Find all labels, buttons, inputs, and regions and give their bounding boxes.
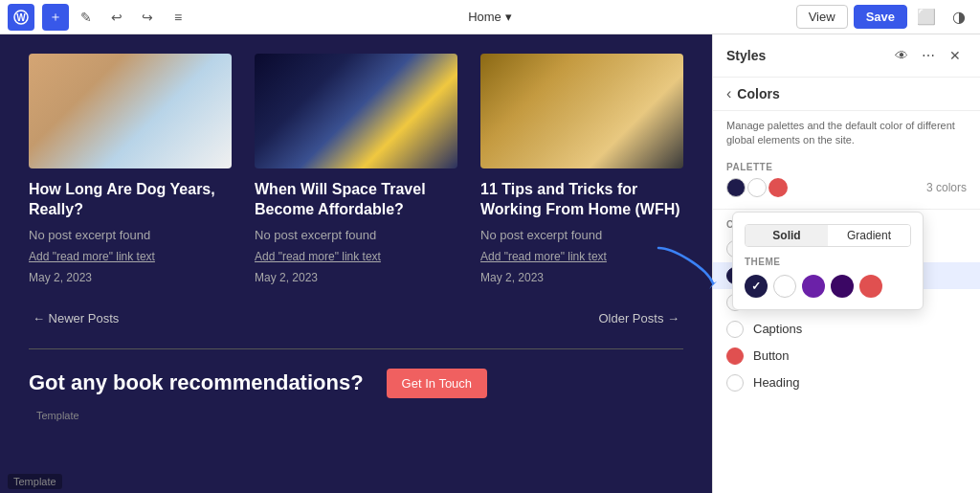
post-read-more-2[interactable]: Add "read more" link text bbox=[255, 250, 457, 263]
post-excerpt-1: No post excerpt found bbox=[29, 228, 232, 242]
color-label-captions: Captions bbox=[753, 322, 802, 336]
more-options-icon[interactable]: ⋯ bbox=[917, 44, 940, 67]
post-title-3: 11 Tips and Tricks for Working From Home… bbox=[480, 180, 683, 220]
picker-swatch-dark[interactable] bbox=[745, 275, 768, 298]
redo-button[interactable]: ↪ bbox=[134, 4, 161, 31]
color-dot-button bbox=[726, 347, 744, 365]
color-item-button[interactable]: Button bbox=[726, 343, 967, 370]
edit-button[interactable]: ✎ bbox=[73, 4, 100, 31]
color-label-heading: Heading bbox=[753, 375, 799, 390]
color-item-captions[interactable]: Captions bbox=[726, 316, 967, 343]
template-label: Template bbox=[36, 410, 691, 421]
color-dot-captions bbox=[726, 321, 744, 338]
picker-swatch-purple[interactable] bbox=[802, 275, 825, 298]
get-in-touch-button[interactable]: Get In Touch bbox=[387, 369, 487, 398]
gradient-tab[interactable]: Gradient bbox=[828, 225, 910, 246]
save-button[interactable]: Save bbox=[854, 5, 907, 29]
content-area: How Long Are Dog Years, Really? No post … bbox=[0, 34, 712, 493]
palette-row: 3 colors bbox=[726, 178, 967, 197]
divider bbox=[713, 209, 980, 210]
post-title-2: When Will Space Travel Become Affordable… bbox=[255, 180, 457, 220]
toolbar-right: View Save ⬜ ◑ bbox=[796, 4, 972, 31]
swatch-red[interactable] bbox=[768, 178, 788, 197]
right-panel: Styles 👁 ⋯ ✕ ‹ Colors Manage palettes an… bbox=[712, 34, 980, 493]
post-card-1: How Long Are Dog Years, Really? No post … bbox=[29, 54, 232, 284]
toolbar: W ＋ ✎ ↩ ↪ ≡ Home ▾ View Save ⬜ ◑ bbox=[0, 0, 980, 34]
main-layout: How Long Are Dog Years, Really? No post … bbox=[0, 34, 980, 493]
picker-tabs: Solid Gradient bbox=[745, 224, 911, 247]
undo-button[interactable]: ↩ bbox=[103, 4, 130, 31]
pagination: ← Newer Posts Older Posts → bbox=[29, 311, 683, 325]
dropdown-icon: ▾ bbox=[505, 10, 512, 24]
home-label: Home bbox=[468, 10, 501, 24]
color-picker-popup: Solid Gradient THEME bbox=[732, 212, 924, 310]
picker-swatch-light[interactable] bbox=[773, 275, 796, 298]
post-excerpt-2: No post excerpt found bbox=[255, 228, 457, 242]
palette-count: 3 colors bbox=[926, 181, 967, 194]
home-menu[interactable]: Home ▾ bbox=[468, 10, 512, 24]
device-preview-button[interactable]: ⬜ bbox=[913, 4, 940, 31]
footer-text: Got any book recommendations? bbox=[29, 370, 364, 395]
post-excerpt-3: No post excerpt found bbox=[480, 228, 683, 242]
footer-section: Got any book recommendations? Get In Tou… bbox=[29, 348, 683, 398]
post-read-more-1[interactable]: Add "read more" link text bbox=[29, 250, 232, 263]
panel-header: Styles 👁 ⋯ ✕ bbox=[713, 34, 980, 78]
newer-posts-link[interactable]: ← Newer Posts bbox=[33, 311, 119, 325]
list-view-button[interactable]: ≡ bbox=[165, 4, 191, 31]
template-label-fixed: Template bbox=[8, 474, 62, 489]
picker-swatch-darkpurple[interactable] bbox=[831, 275, 854, 298]
posts-grid: How Long Are Dog Years, Really? No post … bbox=[29, 54, 683, 284]
solid-tab[interactable]: Solid bbox=[746, 225, 828, 246]
post-read-more-3[interactable]: Add "read more" link text bbox=[480, 250, 683, 263]
color-label-button: Button bbox=[753, 348, 790, 363]
picker-swatches bbox=[745, 275, 911, 298]
post-image-laptop bbox=[480, 54, 683, 168]
wp-logo[interactable]: W bbox=[8, 4, 34, 31]
add-block-button[interactable]: ＋ bbox=[42, 4, 69, 31]
palette-label: PALETTE bbox=[726, 162, 967, 172]
older-posts-link[interactable]: Older Posts → bbox=[598, 311, 679, 325]
back-icon[interactable]: ‹ bbox=[726, 85, 731, 102]
swatch-dark[interactable] bbox=[726, 178, 746, 197]
swatch-light[interactable] bbox=[747, 178, 767, 197]
close-icon[interactable]: ✕ bbox=[944, 44, 967, 67]
panel-description: Manage palettes and the default color of… bbox=[713, 111, 980, 156]
svg-text:W: W bbox=[16, 12, 26, 23]
palette-swatches bbox=[726, 178, 788, 197]
contrast-button[interactable]: ◑ bbox=[946, 4, 972, 31]
eye-icon[interactable]: 👁 bbox=[890, 44, 913, 67]
color-dot-heading bbox=[726, 374, 744, 392]
post-card-2: When Will Space Travel Become Affordable… bbox=[255, 54, 457, 284]
panel-header-icons: 👁 ⋯ ✕ bbox=[890, 44, 967, 67]
post-date-2: May 2, 2023 bbox=[255, 271, 457, 284]
post-image-dog bbox=[29, 54, 232, 168]
post-date-3: May 2, 2023 bbox=[480, 271, 683, 284]
post-image-earth bbox=[255, 54, 457, 168]
color-item-heading[interactable]: Heading bbox=[726, 370, 967, 396]
post-card-3: 11 Tips and Tricks for Working From Home… bbox=[480, 54, 683, 284]
picker-swatch-red[interactable] bbox=[859, 275, 882, 298]
panel-nav: ‹ Colors bbox=[713, 78, 980, 111]
panel-title: Styles bbox=[726, 48, 766, 63]
picker-theme-label: THEME bbox=[745, 257, 911, 267]
view-button[interactable]: View bbox=[796, 5, 848, 29]
post-date-1: May 2, 2023 bbox=[29, 271, 232, 284]
palette-section: PALETTE 3 colors bbox=[713, 156, 980, 203]
panel-nav-title: Colors bbox=[737, 86, 779, 101]
post-title-1: How Long Are Dog Years, Really? bbox=[29, 180, 232, 220]
